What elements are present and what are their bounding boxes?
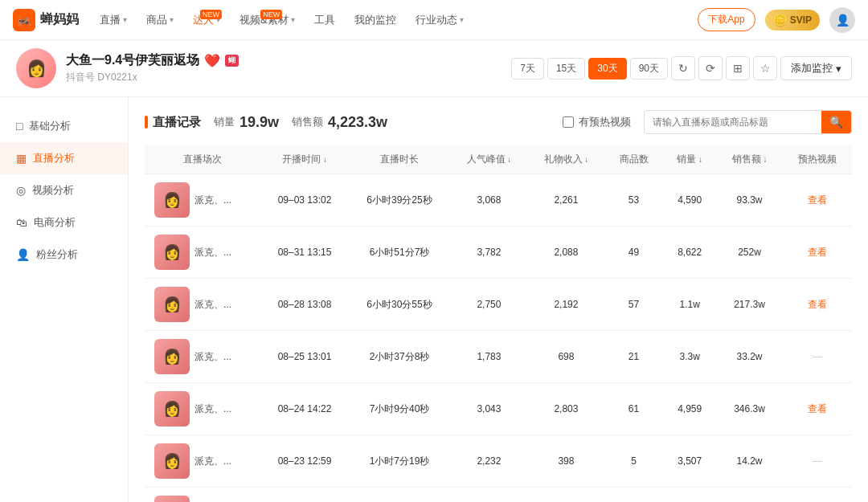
row-peak: 3,494 — [450, 488, 527, 503]
avatar[interactable]: 👤 — [829, 7, 855, 33]
row-duration: 6小时30分55秒 — [349, 279, 451, 331]
svip-button[interactable]: 🪙 SVIP — [765, 10, 820, 31]
search-box: 🔍 — [644, 110, 852, 134]
row-thumbnail-cell: 👩 派克、... — [145, 383, 260, 435]
table-row: 👩 派克、... 09–03 13:02 6小时39分25秒 3,068 2,2… — [145, 174, 852, 227]
sidebar-item-video[interactable]: ◎ 视频分析 — [0, 174, 128, 206]
row-thumbnail-cell: 👩 派克、... — [145, 488, 260, 503]
sales-amount-stat: 销售额 4,223.3w — [292, 114, 387, 131]
nav-item-talent[interactable]: 达人 NEW ▾ — [185, 8, 228, 32]
row-sales: 3.3w — [663, 331, 717, 383]
sidebar: □ 基础分析 ▦ 直播分析 ◎ 视频分析 🛍 电商分析 👤 粉丝分析 — [0, 97, 129, 502]
video-filter-checkbox[interactable] — [563, 116, 574, 128]
add-monitor-button[interactable]: 添加监控 ▾ — [780, 56, 852, 80]
row-peak: 2,750 — [450, 279, 527, 331]
nav-item-product[interactable]: 商品 ▾ — [138, 8, 182, 32]
time-filter: 7天 15天 30天 90天 ↻ ⟳ ⊞ ☆ 添加监控 ▾ — [511, 56, 852, 80]
star-icon[interactable]: ☆ — [753, 56, 777, 80]
table-row: 👩 派克、... 08–23 12:59 1小时7分19秒 2,232 398 … — [145, 435, 852, 488]
nav-item-video[interactable]: 视频&素材 NEW ▾ — [231, 8, 303, 32]
th-revenue[interactable]: 销售额 — [717, 145, 783, 174]
th-gift[interactable]: 礼物收入 — [527, 145, 604, 174]
row-title: 派克、... — [194, 298, 231, 312]
row-thumbnail-cell: 👩 派克、... — [145, 279, 260, 331]
table-row: 👩 派克、... 08–28 13:08 6小时30分55秒 2,750 2,1… — [145, 279, 852, 331]
shop-icon: 🛍 — [16, 216, 27, 229]
row-avatar: 👩 — [154, 391, 190, 426]
time-btn-15[interactable]: 15天 — [547, 58, 585, 80]
sidebar-item-live[interactable]: ▦ 直播分析 — [0, 142, 128, 174]
grid-icon[interactable]: ⊞ — [726, 56, 750, 80]
sidebar-item-fans[interactable]: 👤 粉丝分析 — [0, 239, 128, 271]
section-title: 直播记录 — [145, 115, 201, 130]
row-thumbnail-cell: 👩 派克、... — [145, 331, 260, 383]
sidebar-item-basic[interactable]: □ 基础分析 — [0, 110, 128, 142]
profile-tag: 蝴 — [225, 55, 239, 67]
row-peak: 1,783 — [450, 331, 527, 383]
th-sales[interactable]: 销量 — [663, 145, 717, 174]
live-section: 直播记录 销量 19.9w 销售额 4,223.3w 有预热视频 🔍 — [129, 97, 868, 502]
table-row: 👩 派克、... 08–20 13:06 6小时14分56秒 3,494 2,5… — [145, 488, 852, 503]
person-icon: 👤 — [16, 248, 30, 261]
play-icon: ◎ — [16, 184, 26, 197]
refresh-icon[interactable]: ↻ — [671, 56, 695, 80]
main-layout: □ 基础分析 ▦ 直播分析 ◎ 视频分析 🛍 电商分析 👤 粉丝分析 直播记录 — [0, 97, 868, 502]
row-date: 08–31 13:15 — [260, 227, 348, 279]
nav-item-live[interactable]: 直播 ▾ — [92, 8, 135, 32]
time-btn-7[interactable]: 7天 — [511, 58, 544, 80]
th-open-time[interactable]: 开播时间 — [260, 145, 348, 174]
row-revenue: 217.3w — [717, 279, 783, 331]
row-date: 08–25 13:01 — [260, 331, 348, 383]
row-peak: 2,232 — [450, 435, 527, 488]
download-button[interactable]: 下载App — [698, 8, 755, 31]
video-cell: — — [782, 435, 852, 488]
row-revenue: 14.2w — [717, 435, 783, 488]
table-header-row: 直播场次 开播时间 直播时长 人气峰值 礼物收入 商品数 销量 销售额 预热视频 — [145, 145, 852, 174]
th-duration: 直播时长 — [349, 145, 451, 174]
table-row: 👩 派克、... 08–24 14:22 7小时9分40秒 3,043 2,80… — [145, 383, 852, 435]
row-duration: 6小时51分7秒 — [349, 227, 451, 279]
row-gift: 2,192 — [527, 279, 604, 331]
logo-icon: 🦗 — [13, 9, 35, 31]
video-cell[interactable]: 查看 — [782, 174, 852, 227]
reload-icon[interactable]: ⟳ — [698, 56, 723, 80]
video-cell[interactable]: 查看 — [782, 227, 852, 279]
row-revenue: 93.3w — [717, 174, 783, 227]
time-btn-30[interactable]: 30天 — [588, 58, 626, 80]
row-date: 08–23 12:59 — [260, 435, 348, 488]
row-products: 55 — [604, 488, 662, 503]
th-peak[interactable]: 人气峰值 — [450, 145, 527, 174]
row-peak: 3,068 — [450, 174, 527, 227]
chevron-icon: ▾ — [291, 15, 295, 24]
logo: 🦗 蝉妈妈 — [13, 9, 79, 31]
time-btn-90[interactable]: 90天 — [630, 58, 668, 80]
video-cell[interactable]: 查看 — [782, 279, 852, 331]
row-gift: 2,803 — [527, 383, 604, 435]
row-sales: 4,590 — [663, 174, 717, 227]
profile-id: 抖音号 DY0221x — [66, 71, 511, 84]
th-thumbnail: 直播场次 — [145, 145, 260, 174]
search-input[interactable] — [645, 112, 821, 132]
video-filter: 有预热视频 — [563, 115, 631, 129]
nav-item-industry[interactable]: 行业动态 ▾ — [407, 8, 472, 32]
video-cell[interactable]: 查看 — [782, 383, 852, 435]
row-duration: 7小时9分40秒 — [349, 383, 451, 435]
row-title: 派克、... — [194, 455, 231, 468]
row-gift: 2,261 — [527, 174, 604, 227]
live-records-table: 直播场次 开播时间 直播时长 人气峰值 礼物收入 商品数 销量 销售额 预热视频… — [145, 145, 852, 502]
sidebar-item-ecommerce[interactable]: 🛍 电商分析 — [0, 206, 128, 239]
nav-item-monitor[interactable]: 我的监控 — [346, 8, 404, 32]
search-button[interactable]: 🔍 — [821, 111, 851, 133]
chevron-down-icon: ▾ — [836, 63, 841, 75]
row-revenue: 224.9w — [717, 488, 783, 503]
row-avatar: 👩 — [154, 496, 190, 502]
row-date: 08–28 13:08 — [260, 279, 348, 331]
profile-info: 大鱼一9.4号伊芙丽返场 ❤️ 蝴 抖音号 DY0221x — [66, 52, 511, 84]
nav-item-tools[interactable]: 工具 — [306, 8, 343, 32]
chevron-icon: ▾ — [170, 15, 174, 24]
row-avatar: 👩 — [154, 443, 190, 479]
profile-name: 大鱼一9.4号伊芙丽返场 ❤️ 蝴 — [66, 52, 511, 69]
row-gift: 2,501 — [527, 488, 604, 503]
row-sales: 8,622 — [663, 227, 717, 279]
row-peak: 3,043 — [450, 383, 527, 435]
